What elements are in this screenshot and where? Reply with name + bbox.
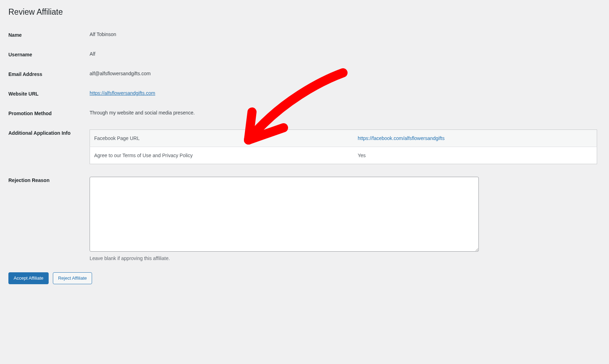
facebook-link[interactable]: https://facebook.com/alfsflowersandgifts (358, 135, 444, 141)
rejection-hint: Leave blank if approving this affiliate. (90, 255, 597, 261)
value-name: Alf Tobinson (90, 25, 601, 45)
label-name: Name (8, 25, 90, 45)
row-email: Email Address alf@alfsflowersandgifts.co… (8, 64, 601, 84)
value-email: alf@alfsflowersandgifts.com (90, 64, 601, 84)
info-value: Yes (354, 147, 597, 164)
reject-button[interactable]: Reject Affiliate (53, 272, 92, 284)
row-promotion: Promotion Method Through my website and … (8, 104, 601, 123)
affiliate-form: Name Alf Tobinson Username Alf Email Add… (8, 25, 601, 267)
label-website: Website URL (8, 84, 90, 104)
label-rejection: Rejection Reason (8, 170, 90, 267)
review-affiliate-page: Review Affiliate Name Alf Tobinson Usern… (0, 0, 609, 293)
action-buttons: Accept Affiliate Reject Affiliate (8, 272, 601, 284)
page-title: Review Affiliate (8, 4, 601, 18)
row-website: Website URL https://alfsflowersandgifts.… (8, 84, 601, 104)
website-link[interactable]: https://alfsflowersandgifts.com (90, 90, 155, 96)
additional-info-table: Facebook Page URL https://facebook.com/a… (90, 130, 597, 164)
value-promotion: Through my website and social media pres… (90, 104, 601, 123)
info-label: Facebook Page URL (90, 130, 354, 147)
row-rejection: Rejection Reason Leave blank if approvin… (8, 170, 601, 267)
accept-button[interactable]: Accept Affiliate (8, 272, 49, 284)
row-additional-info: Additional Application Info Facebook Pag… (8, 123, 601, 170)
row-name: Name Alf Tobinson (8, 25, 601, 45)
label-username: Username (8, 45, 90, 64)
row-username: Username Alf (8, 45, 601, 64)
label-additional: Additional Application Info (8, 123, 90, 170)
table-row: Agree to our Terms of Use and Privacy Po… (90, 147, 597, 164)
table-row: Facebook Page URL https://facebook.com/a… (90, 130, 597, 147)
label-promotion: Promotion Method (8, 104, 90, 123)
value-username: Alf (90, 45, 601, 64)
info-label: Agree to our Terms of Use and Privacy Po… (90, 147, 354, 164)
rejection-reason-input[interactable] (90, 177, 479, 252)
label-email: Email Address (8, 64, 90, 84)
